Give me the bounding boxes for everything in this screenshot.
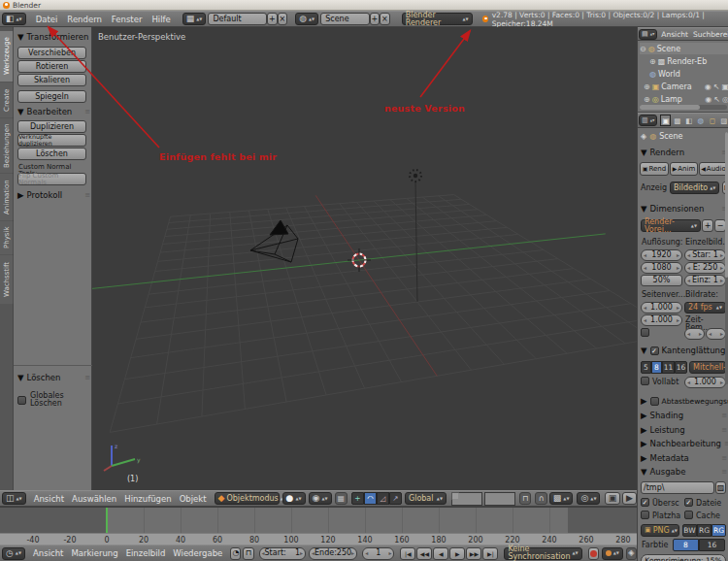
timeline-ruler[interactable]: -40 -20 0 20 40 60 80 100 120 140 160 18… [0, 533, 637, 544]
screen-layout-field[interactable]: Default [208, 13, 267, 25]
render-engine-dropdown[interactable]: Blender Renderer▲▼ [402, 13, 473, 25]
editor-type-outliner-button[interactable]: ▤▲▼ [639, 29, 657, 40]
menu-hilfe[interactable]: Hilfe [148, 15, 174, 24]
scale-button[interactable]: Skalieren [17, 74, 86, 86]
rotate-button[interactable]: Rotieren [17, 60, 86, 73]
duplicate-button[interactable]: Duplizieren [17, 120, 86, 133]
orientation-dropdown[interactable]: Global▲▼ [405, 492, 447, 505]
prev-keyframe-button[interactable]: ◀◀ [416, 547, 432, 560]
selectable-arrow-icon[interactable]: ↖ [713, 95, 720, 104]
tab-texture[interactable]: ▨ [718, 115, 728, 126]
editor-type-properties-button[interactable]: ▥▲▼ [639, 115, 657, 126]
outliner-menu-ansicht[interactable]: Ansicht [657, 30, 692, 39]
resolution-x-field[interactable]: ◂1920▸ [641, 249, 682, 261]
frame-step-field[interactable]: ◂Einz: 1▸ [684, 275, 726, 286]
menu-fenster[interactable]: Fenster [108, 15, 147, 24]
lamp-object[interactable] [410, 170, 421, 182]
panel-postprocessing-header[interactable]: ▶Nachbearbeitung≡ [641, 439, 726, 448]
color-bw-button[interactable]: BW [682, 524, 697, 537]
selectable-arrow-icon[interactable]: ↖ [713, 82, 720, 91]
color-rgba-button[interactable]: RG [711, 524, 726, 537]
panel-performance-header[interactable]: ▶Leistung≡ [641, 425, 726, 435]
editor-type-info-button[interactable]: ◧▲▼ [2, 13, 26, 25]
compression-slider[interactable]: Komprimierung: 15% [641, 554, 726, 561]
manipulator-normal-button[interactable]: ↗ [389, 492, 402, 505]
mode-dropdown[interactable]: ◆Objektmodus▲▼ [215, 492, 280, 505]
panel-render-header[interactable]: ▼Rendern≡ [641, 148, 726, 157]
lock-range-icon[interactable]: ⊓ [243, 547, 253, 560]
play-reverse-button[interactable]: ◀ [433, 547, 448, 560]
panel-antialiasing-header[interactable]: ▼✓Kantenglättung [641, 346, 726, 355]
extensions-checkbox[interactable]: ✓ [684, 498, 693, 507]
jump-to-end-button[interactable]: ▶| [482, 547, 498, 560]
display-dropdown[interactable]: Bildedito▲▼ [670, 182, 719, 194]
expand-icon[interactable]: ⊕ [644, 82, 650, 91]
renderable-icon[interactable]: ◎ [722, 95, 728, 104]
output-path-field[interactable]: /tmp\ [641, 481, 714, 494]
insert-keyframe-icon[interactable]: ◈ [626, 547, 637, 560]
panel-transform-header[interactable]: ▼Transformieren≡ [17, 32, 89, 42]
translate-button[interactable]: Verschieben [17, 47, 86, 59]
manipulator-rotate-button[interactable]: ◠ [364, 492, 377, 505]
render-opengl-anim-button[interactable]: ▶ [622, 492, 637, 505]
outliner-row-lamp[interactable]: ⊕◎Lamp ◉↖◎ [644, 93, 728, 105]
timeline-canvas[interactable] [0, 508, 637, 533]
file-browse-folder-icon[interactable]: ▨ [715, 481, 726, 494]
cache-checkbox[interactable] [684, 511, 693, 519]
aa-samples-5[interactable]: 5 [641, 361, 651, 374]
timeline-menu-wiedergabe[interactable]: Wiedergabe [169, 548, 226, 558]
current-frame-field[interactable]: ◂1▸ [362, 547, 394, 560]
outliner-row-scene[interactable]: ⊖◍Scene [640, 43, 728, 54]
add-layout-button[interactable]: + [267, 13, 278, 25]
aspect-y-field[interactable]: ◂1.000▸ [641, 314, 682, 326]
keying-set-dropdown[interactable]: ▲▼ [602, 547, 623, 560]
proportional-edit-dropdown[interactable]: ◎▲▼ [577, 492, 600, 505]
frame-start-field[interactable]: ◂Star: 1▸ [684, 249, 726, 261]
color-rgb-button[interactable]: RG [697, 524, 711, 537]
operator-panel-divider[interactable] [14, 365, 92, 366]
record-button[interactable] [588, 547, 599, 560]
pin-icon[interactable]: ◈ [641, 132, 646, 141]
global-delete-option[interactable]: Globales Löschen [17, 392, 91, 408]
tab-physik[interactable]: Physik [0, 221, 14, 254]
render-animation-button[interactable]: ▶Anim [670, 162, 698, 176]
resolution-y-field[interactable]: ◂1080▸ [641, 262, 682, 274]
full-sample-checkbox[interactable] [641, 377, 649, 385]
screen-layout-icon-button[interactable]: ▦▲▼ [182, 13, 207, 25]
visibility-eye-icon[interactable]: ◉ [705, 95, 711, 104]
global-delete-checkbox[interactable] [17, 396, 26, 405]
snap-element-dropdown[interactable]: ▩▲▼ [549, 492, 574, 505]
next-keyframe-button[interactable]: ▶▶ [466, 547, 481, 560]
flip-normals-button[interactable]: Flip Custom Normals [17, 173, 86, 185]
frame-end-field[interactable]: ◂Ende:250▸ [309, 547, 357, 560]
placeholders-checkbox[interactable] [641, 511, 649, 519]
close-layout-button[interactable]: × [278, 13, 288, 25]
pivot-dropdown[interactable]: ◉▲▼ [309, 492, 332, 505]
render-image-button[interactable]: ▣Rend [640, 162, 669, 176]
mirror-button[interactable]: Spiegeln [17, 90, 86, 103]
aa-samples-16[interactable]: 16 [675, 361, 687, 374]
snap-magnet-icon[interactable]: ∩ [535, 492, 546, 505]
delete-button[interactable]: Löschen [17, 148, 86, 160]
resolution-percent-button[interactable]: 50% [641, 275, 682, 286]
panel-history-header[interactable]: ▶Protokoll≡ [17, 190, 89, 200]
panel-delete-header[interactable]: ▼Löschen≡ [17, 373, 89, 382]
panel-edit-header[interactable]: ▼Bearbeiten≡ [17, 107, 89, 116]
jump-to-start-button[interactable]: |◀ [400, 547, 415, 560]
expand-icon[interactable]: ⊕ [649, 57, 656, 66]
collapse-icon[interactable]: ⊖ [640, 45, 646, 53]
layers-widget-left[interactable] [451, 492, 482, 506]
view3d-menu-auswaehlen[interactable]: Auswählen [68, 494, 120, 504]
editor-type-3dview-button[interactable]: ◫▲▼ [2, 492, 26, 505]
aa-samples-8[interactable]: 8 [651, 361, 662, 374]
depth-16-button[interactable]: 16 [699, 539, 725, 551]
render-opengl-image-button[interactable]: ▣ [605, 492, 619, 505]
file-format-dropdown[interactable]: ▣PNG▲▼ [641, 524, 679, 537]
tab-create[interactable]: Create [0, 82, 14, 117]
tab-wachsstift[interactable]: Wachsstift [0, 255, 14, 304]
panel-shading-header[interactable]: ▶Shading≡ [641, 411, 726, 420]
tab-beziehungen[interactable]: Beziehungen [0, 118, 14, 173]
tab-object[interactable]: ◻ [707, 115, 717, 126]
outliner-hscrollbar[interactable] [640, 105, 727, 110]
frame-start-field[interactable]: ◂Start:1▸ [259, 547, 306, 560]
